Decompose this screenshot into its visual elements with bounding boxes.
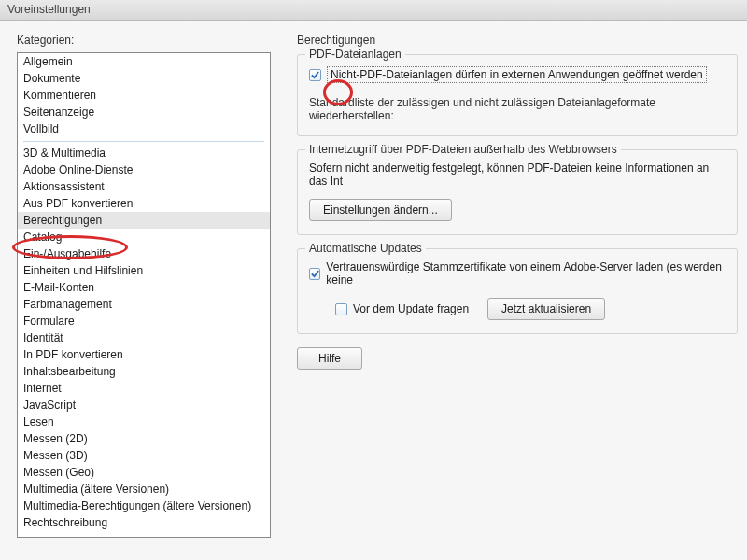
category-item[interactable]: JavaScript <box>18 397 270 413</box>
category-item[interactable]: Multimedia (ältere Versionen) <box>18 481 270 497</box>
categories-panel: Kategorien: AllgemeinDokumenteKommentier… <box>17 34 271 538</box>
panel-title: Berechtigungen <box>297 34 738 47</box>
help-button[interactable]: Hilfe <box>297 347 362 370</box>
group-pdf-attachments: PDF-Dateianlagen Nicht-PDF-Dateianlagen … <box>297 54 738 136</box>
category-item[interactable]: Rechtschreibung <box>18 514 270 531</box>
category-item[interactable]: Multimedia-Berechtigungen (ältere Versio… <box>18 497 270 514</box>
category-item[interactable]: 3D & Multimedia <box>18 145 270 161</box>
group-legend: Internetzugriff über PDF-Dateien außerha… <box>305 143 621 156</box>
category-item[interactable]: Ein-/Ausgabehilfe <box>18 245 270 262</box>
category-item[interactable]: Einheiten und Hilfslinien <box>18 262 270 279</box>
category-separator <box>23 141 264 142</box>
category-item[interactable]: Internet <box>18 380 270 397</box>
category-item[interactable]: Berechtigungen <box>18 212 270 229</box>
group-internet-access: Internetzugriff über PDF-Dateien außerha… <box>297 149 738 235</box>
category-item[interactable]: Seitenanzeige <box>18 104 270 120</box>
checkbox-external-apps[interactable] <box>309 69 321 81</box>
category-item[interactable]: Dokumente <box>18 70 270 87</box>
category-item[interactable]: Allgemein <box>18 53 270 70</box>
category-item[interactable]: Aus PDF konvertieren <box>18 195 270 212</box>
change-settings-button[interactable]: Einstellungen ändern... <box>309 199 452 221</box>
categories-label: Kategorien: <box>17 34 271 47</box>
category-item[interactable]: Inhaltsbearbeitung <box>18 363 270 380</box>
category-item[interactable]: Lesen <box>18 413 270 430</box>
group-legend: PDF-Dateianlagen <box>305 48 405 61</box>
category-item[interactable]: In PDF konvertieren <box>18 346 270 363</box>
group-legend: Automatische Updates <box>305 242 426 255</box>
checkbox-trusted-certs[interactable] <box>309 268 320 280</box>
category-item[interactable]: E-Mail-Konten <box>18 279 270 296</box>
category-item[interactable]: Adobe Online-Dienste <box>18 161 270 178</box>
category-item[interactable]: Messen (2D) <box>18 430 270 447</box>
settings-panel: Berechtigungen PDF-Dateianlagen Nicht-PD… <box>297 34 738 370</box>
category-item[interactable]: Farbmanagement <box>18 296 270 313</box>
preferences-dialog: Kategorien: AllgemeinDokumenteKommentier… <box>0 21 747 560</box>
category-item[interactable]: Formulare <box>18 313 270 329</box>
categories-list[interactable]: AllgemeinDokumenteKommentierenSeitenanze… <box>17 52 271 538</box>
checkbox-ask-before-update[interactable] <box>335 303 347 315</box>
checkbox-trusted-certs-label: Vertrauenswürdige Stammzertifikate von e… <box>326 260 726 287</box>
checkbox-ask-before-update-label: Vor dem Update fragen <box>353 302 469 315</box>
window-titlebar: Voreinstellungen <box>0 0 747 21</box>
update-now-button[interactable]: Jetzt aktualisieren <box>487 298 605 320</box>
checkbox-external-apps-label: Nicht-PDF-Dateianlagen dürfen in externe… <box>327 66 707 83</box>
category-item[interactable]: Aktionsassistent <box>18 178 270 195</box>
category-item[interactable]: Vollbild <box>18 120 270 137</box>
restore-defaults-text: Standardliste der zulässigen und nicht z… <box>309 96 726 122</box>
category-item[interactable]: Messen (3D) <box>18 447 270 464</box>
category-item[interactable]: Identität <box>18 329 270 346</box>
window-title: Voreinstellungen <box>7 3 91 16</box>
category-item[interactable]: Catalog <box>18 229 270 245</box>
category-item[interactable]: Kommentieren <box>18 87 270 104</box>
category-item[interactable]: Messen (Geo) <box>18 464 270 481</box>
group-auto-updates: Automatische Updates Vertrauenswürdige S… <box>297 248 738 334</box>
internet-info-text: Sofern nicht anderweitig festgelegt, kön… <box>309 161 726 188</box>
